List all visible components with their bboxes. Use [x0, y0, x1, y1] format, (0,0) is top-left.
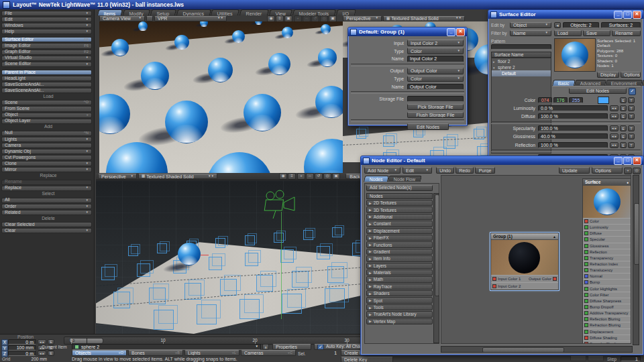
- dialog-dropdown[interactable]: Color▼: [407, 76, 464, 82]
- port-specular-shading[interactable]: Specular Shading: [583, 341, 631, 344]
- surface-preview[interactable]: [554, 38, 596, 72]
- param-value[interactable]: 100.0 %: [538, 142, 608, 148]
- envelope-button[interactable]: E: [620, 125, 627, 131]
- texture-button[interactable]: T: [628, 133, 635, 139]
- param-value[interactable]: 100.0 %: [538, 125, 608, 131]
- tab-utilities[interactable]: Utilities: [211, 9, 239, 15]
- tab-modify[interactable]: Modify: [122, 9, 150, 15]
- tab-environment[interactable]: Environment: [605, 80, 643, 86]
- close-icon[interactable]: ✕: [633, 157, 641, 165]
- node-category-raytrace[interactable]: ▶RayTrace: [366, 284, 433, 290]
- tab-setup[interactable]: Setup: [150, 9, 176, 15]
- nudge-buttons[interactable]: ◄►: [610, 125, 619, 131]
- vp1-view-extra-dropdown[interactable]: ▼: [146, 16, 153, 21]
- envelope-button[interactable]: E: [620, 113, 627, 119]
- add-node-dropdown[interactable]: Add Node▼: [364, 167, 400, 174]
- node-category-shaders[interactable]: ▶Shaders: [366, 290, 433, 296]
- sidebar-item-image-editor[interactable]: Image EditorF6: [1, 43, 92, 48]
- surface-list-item[interactable]: Default: [492, 70, 551, 76]
- dialog-dropdown[interactable]: Color▼: [407, 48, 464, 54]
- node-category-displacement[interactable]: ▶Displacement: [366, 228, 433, 234]
- sidebar-item-null[interactable]: Null^N: [1, 131, 92, 136]
- maximize-icon[interactable]: □: [623, 11, 632, 19]
- undo-button[interactable]: Undo: [436, 167, 454, 174]
- port-reflection-bluring[interactable]: Reflection Bluring: [583, 316, 631, 322]
- node-category-2d-textures[interactable]: ▶2D Textures: [366, 200, 433, 206]
- texture-button[interactable]: T: [628, 113, 635, 119]
- expand-icon[interactable]: ▣: [329, 15, 337, 22]
- color-channel-g[interactable]: 176: [553, 97, 568, 103]
- purge-button[interactable]: Purge: [475, 167, 495, 174]
- port-refraction-index[interactable]: Refraction Index: [583, 261, 631, 267]
- envelope-button[interactable]: E: [620, 97, 627, 103]
- sidebar-item-clear-selected[interactable]: Clear Selected: [1, 222, 92, 227]
- zoom-icon[interactable]: ◎: [633, 168, 641, 174]
- sidebar-item-help[interactable]: Help▼: [1, 29, 92, 34]
- port-diffuse-shading[interactable]: Diffuse Shading: [583, 335, 631, 341]
- port-color-highlights[interactable]: Color Highlights: [583, 286, 631, 292]
- sidebar-item-all[interactable]: All▼: [1, 198, 92, 203]
- sidebar-item-lights[interactable]: Lights▼: [1, 137, 92, 142]
- port-input-color-1[interactable]: Input Color 1: [492, 277, 521, 281]
- minimize-icon[interactable]: _: [447, 28, 455, 36]
- group-node-port-row[interactable]: Input Color 2: [491, 282, 558, 290]
- port-color-filter[interactable]: Color Filter: [583, 292, 631, 298]
- node-category-item-info[interactable]: ▶Item Info: [366, 255, 433, 261]
- transport-prev-button[interactable]: [570, 356, 586, 361]
- dialog-input[interactable]: Input Color 2: [407, 56, 464, 62]
- port-reflection[interactable]: Reflection: [583, 249, 631, 255]
- pan-icon[interactable]: +: [297, 173, 305, 180]
- surface-list-item[interactable]: ▸floor 2: [492, 58, 551, 64]
- tab-i-o[interactable]: I/O: [336, 9, 356, 15]
- sidebar-item-headlight[interactable]: HeadLight: [1, 76, 92, 81]
- sidebar-item-scene-editor[interactable]: Scene Editor▼: [1, 62, 92, 67]
- port-luminosity[interactable]: Luminosity: [583, 224, 631, 230]
- port-displacement[interactable]: Displacement: [583, 328, 631, 335]
- surface-editor-titlebar[interactable]: Surface Editor _ □ ✕: [488, 10, 643, 19]
- group-node-title[interactable]: Group (1) ▲: [491, 233, 558, 240]
- node-category-math[interactable]: ▶Math: [366, 276, 433, 282]
- options-button[interactable]: Options: [592, 167, 623, 174]
- node-category-tools[interactable]: ▶Tools: [366, 304, 433, 310]
- bones-filter-button[interactable]: Bones+B: [128, 350, 183, 356]
- collapse-icon[interactable]: ●: [627, 180, 629, 184]
- param-value[interactable]: 0.0 %: [538, 105, 608, 111]
- zoom-icon[interactable]: ◎: [323, 173, 331, 180]
- rename-button[interactable]: Rename: [612, 30, 641, 36]
- rotate-icon[interactable]: ↺: [315, 173, 323, 180]
- filter-by-dropdown[interactable]: Name▼: [510, 30, 551, 36]
- viewport-camera[interactable]: [99, 21, 343, 173]
- sidebar-item-from-scene[interactable]: From Scene: [1, 106, 92, 111]
- dialog-button-flush-storage-file[interactable]: Flush Storage File: [407, 112, 464, 119]
- vp1-view-dropdown[interactable]: Camera View▼: [99, 16, 145, 21]
- tab-basic[interactable]: Basic: [552, 80, 576, 86]
- pan-icon[interactable]: +: [624, 168, 632, 174]
- port-normal[interactable]: Normal: [583, 273, 631, 279]
- envelope-button[interactable]: E: [48, 339, 54, 345]
- sidebar-item-object[interactable]: Object+: [1, 113, 92, 118]
- param-value[interactable]: 40.0 %: [538, 133, 608, 139]
- autokey-checkbox[interactable]: ✓: [317, 344, 324, 350]
- edit-dropdown[interactable]: Edit▼: [402, 167, 432, 174]
- envelope-button[interactable]: E: [48, 351, 54, 356]
- node-category-functions[interactable]: ▶Functions: [366, 241, 433, 247]
- port-refraction-bluring[interactable]: Refraction Bluring: [583, 322, 631, 328]
- vp2-rendermode-dropdown[interactable]: ▦ Textured Shaded Solid▼▼: [383, 16, 465, 21]
- node-editor-titlebar[interactable]: Node Editor - Default _ □ ✕: [361, 156, 643, 165]
- load-button[interactable]: Load: [554, 30, 582, 36]
- add-selected-nodes-button[interactable]: Add Selected Node(s): [366, 185, 433, 191]
- surface-node[interactable]: Surface ● ColorLuminosityDiffuseSpecular…: [582, 178, 631, 344]
- dialog-input[interactable]: [407, 96, 464, 103]
- color-channel-b[interactable]: 255: [569, 97, 583, 103]
- port-additive-transparency[interactable]: Additive Transparency: [583, 310, 631, 316]
- redo-button[interactable]: Redo: [455, 167, 474, 174]
- sidebar-item-object-layer[interactable]: Object Layer: [1, 119, 92, 124]
- objects-filter-button[interactable]: Objects+O: [72, 350, 127, 356]
- sidebar-item-related[interactable]: Related▼: [1, 210, 92, 215]
- options-button[interactable]: Options: [621, 72, 641, 78]
- axis-x-value[interactable]: 0 m: [8, 339, 36, 345]
- sidebar-item-clone[interactable]: Clone▼: [1, 161, 92, 166]
- dialog-input[interactable]: Output Color: [407, 84, 464, 90]
- node-category-vertex-map[interactable]: ▶Vertex Map: [366, 318, 433, 324]
- sidebar-item-replace[interactable]: Replace▼: [1, 186, 92, 191]
